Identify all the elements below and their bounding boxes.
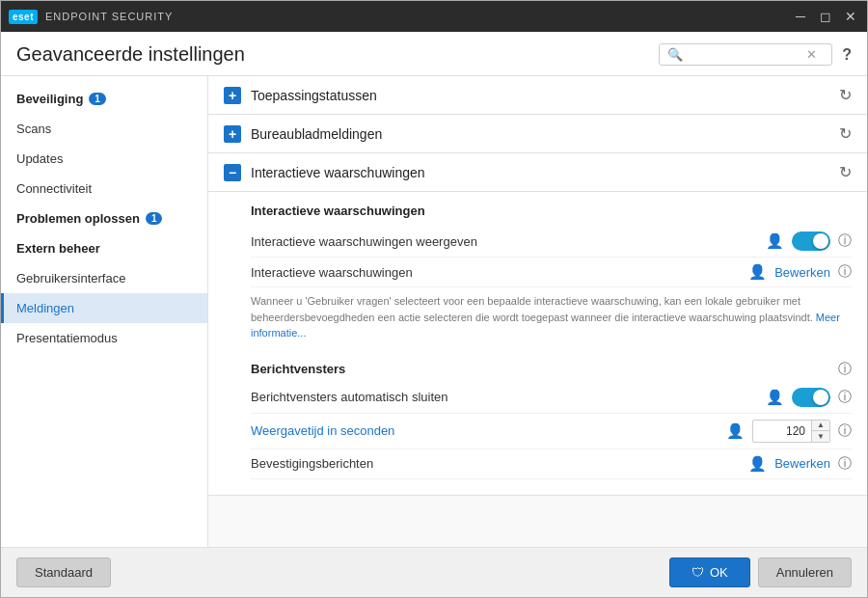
sidebar-item-updates[interactable]: Updates — [1, 144, 207, 174]
setting-controls-weergavetijd: 👤 ▲ ▼ ⓘ — [726, 420, 852, 443]
description-text-interactieve-waarschuwingen: Wanneer u 'Gebruiker vragen' selecteert … — [251, 287, 852, 349]
footer: Standaard 🛡 OK Annuleren — [1, 547, 867, 597]
user-icon: 👤 — [766, 232, 784, 250]
titlebar: eset ENDPOINT SECURITY ─ ◻ ✕ — [1, 1, 867, 32]
sidebar: Beveiliging 1 Scans Updates Connectivite… — [1, 76, 208, 547]
edit-link-bevestigingsberichten[interactable]: Bewerken — [774, 456, 830, 471]
body-layout: Beveiliging 1 Scans Updates Connectivite… — [1, 76, 867, 547]
setting-row-interactieve-waarschuwingen-weergeven: Interactieve waarschuwingen weergeven 👤 … — [251, 226, 852, 258]
number-input-wrap-weergavetijd: ▲ ▼ — [752, 420, 830, 443]
section-row-bureaubladmeldingen[interactable]: + Bureaubladmeldingen ↻ — [208, 115, 867, 153]
setting-label-interactieve-waarschuwingen-weergeven: Interactieve waarschuwingen weergeven — [251, 234, 766, 249]
setting-label-interactieve-waarschuwingen-link: Interactieve waarschuwingen — [251, 265, 748, 280]
sidebar-item-beveiliging[interactable]: Beveiliging 1 — [1, 84, 207, 114]
search-clear-button[interactable]: ✕ — [806, 47, 817, 62]
section-title-interactieve-waarschuwingen: Interactieve waarschuwingen — [251, 165, 839, 180]
reset-icon-bureaubladmeldingen[interactable]: ↻ — [839, 124, 852, 143]
setting-controls-interactieve-waarschuwingen-weergeven: 👤 ⓘ — [766, 231, 852, 251]
subsection-title-interactieve-waarschuwingen: Interactieve waarschuwingen — [251, 192, 852, 226]
search-box: 🔍 ✕ — [659, 43, 832, 66]
header: Geavanceerde instellingen 🔍 ✕ ? — [1, 32, 867, 76]
close-button[interactable]: ✕ — [842, 8, 859, 25]
setting-row-bevestigingsberichten: Bevestigingsberichten 👤 Bewerken ⓘ — [251, 449, 852, 479]
cancel-button[interactable]: Annuleren — [758, 557, 852, 587]
ok-button[interactable]: 🛡 OK — [669, 557, 750, 587]
setting-label-weergavetijd: Weergavetijd in seconden — [251, 423, 726, 438]
number-spinners-weergavetijd: ▲ ▼ — [811, 420, 829, 443]
spinner-down-weergavetijd[interactable]: ▼ — [812, 431, 829, 443]
setting-row-interactieve-waarschuwingen-link: Interactieve waarschuwingen 👤 Bewerken ⓘ — [251, 258, 852, 287]
content-area: + Toepassingstatussen ↻ + Bureaubladmeld… — [208, 76, 867, 547]
berichtvensters-header: Berichtvensters ⓘ — [251, 349, 852, 382]
standaard-button[interactable]: Standaard — [16, 557, 111, 587]
window-controls: ─ ◻ ✕ — [792, 8, 859, 25]
info-icon-bevestigingsberichten[interactable]: ⓘ — [838, 455, 852, 473]
setting-controls-bevestigingsberichten: 👤 Bewerken ⓘ — [748, 455, 852, 473]
sidebar-item-extern-beheer[interactable]: Extern beheer — [1, 233, 207, 263]
section-toggle-interactieve-waarschuwingen[interactable]: − — [224, 164, 241, 181]
setting-label-berichtvensters-sluiten: Berichtvensters automatisch sluiten — [251, 390, 766, 404]
toggle-knob — [813, 233, 828, 249]
spinner-up-weergavetijd[interactable]: ▲ — [812, 420, 829, 431]
sidebar-item-presentatiemodus[interactable]: Presentatiemodus — [1, 323, 207, 353]
info-icon-berichtvensters[interactable]: ⓘ — [838, 361, 852, 378]
info-icon-interactieve-waarschuwingen-link[interactable]: ⓘ — [838, 263, 852, 281]
user-icon-bevestigingsberichten: 👤 — [748, 455, 767, 473]
user-icon-berichtvensters-sluiten: 👤 — [766, 389, 784, 406]
section-title-toepassingstatussen: Toepassingstatussen — [251, 88, 839, 103]
app-name: ENDPOINT SECURITY — [45, 11, 792, 22]
user-icon-link: 👤 — [748, 263, 767, 281]
setting-row-weergavetijd: Weergavetijd in seconden 👤 ▲ ▼ ⓘ — [251, 414, 852, 449]
maximize-button[interactable]: ◻ — [817, 8, 834, 25]
section-expanded-interactieve-waarschuwingen: Interactieve waarschuwingen Interactieve… — [208, 192, 867, 496]
search-input[interactable] — [687, 48, 802, 62]
weergavetijd-input[interactable] — [753, 424, 811, 438]
help-button[interactable]: ? — [842, 46, 852, 64]
setting-row-berichtvensters-sluiten: Berichtvensters automatisch sluiten 👤 ⓘ — [251, 382, 852, 414]
minimize-button[interactable]: ─ — [792, 8, 809, 25]
toggle-berichtvensters-sluiten[interactable] — [792, 388, 830, 407]
subsection-title-berichtvensters: Berichtvensters — [251, 362, 838, 376]
footer-right: 🛡 OK Annuleren — [669, 557, 852, 587]
edit-link-interactieve-waarschuwingen[interactable]: Bewerken — [774, 265, 830, 280]
sidebar-item-meldingen[interactable]: Meldingen — [1, 293, 207, 323]
main-content: Geavanceerde instellingen 🔍 ✕ ? Beveilig… — [1, 32, 867, 597]
setting-label-bevestigingsberichten: Bevestigingsberichten — [251, 456, 748, 471]
sidebar-item-connectiviteit[interactable]: Connectiviteit — [1, 174, 207, 204]
sidebar-item-scans[interactable]: Scans — [1, 114, 207, 144]
app-logo: eset — [9, 10, 38, 24]
section-row-toepassingstatussen[interactable]: + Toepassingstatussen ↻ — [208, 76, 867, 115]
toggle-interactieve-waarschuwingen-weergeven[interactable] — [792, 231, 830, 251]
sidebar-item-problemen-oplossen[interactable]: Problemen oplossen 1 — [1, 204, 207, 233]
shield-icon: 🛡 — [692, 565, 704, 580]
setting-controls-berichtvensters-sluiten: 👤 ⓘ — [766, 388, 852, 407]
section-toggle-toepassingstatussen[interactable]: + — [224, 87, 241, 104]
search-icon: 🔍 — [667, 47, 683, 62]
sidebar-item-gebruikersinterface[interactable]: Gebruikersinterface — [1, 263, 207, 293]
info-icon-weergavetijd[interactable]: ⓘ — [838, 422, 852, 440]
reset-icon-toepassingstatussen[interactable]: ↻ — [839, 86, 852, 104]
section-title-bureaubladmeldingen: Bureaubladmeldingen — [251, 126, 839, 142]
section-toggle-bureaubladmeldingen[interactable]: + — [224, 125, 241, 143]
user-icon-weergavetijd: 👤 — [726, 422, 745, 440]
section-row-interactieve-waarschuwingen[interactable]: − Interactieve waarschuwingen ↻ — [208, 153, 867, 192]
reset-icon-interactieve-waarschuwingen[interactable]: ↻ — [839, 163, 852, 181]
info-icon-interactieve-waarschuwingen-weergeven[interactable]: ⓘ — [838, 232, 852, 250]
info-icon-berichtvensters-sluiten[interactable]: ⓘ — [838, 389, 852, 406]
setting-controls-interactieve-waarschuwingen-link: 👤 Bewerken ⓘ — [748, 263, 852, 281]
page-title: Geavanceerde instellingen — [16, 43, 659, 66]
toggle-knob-berichtvensters — [813, 390, 828, 405]
